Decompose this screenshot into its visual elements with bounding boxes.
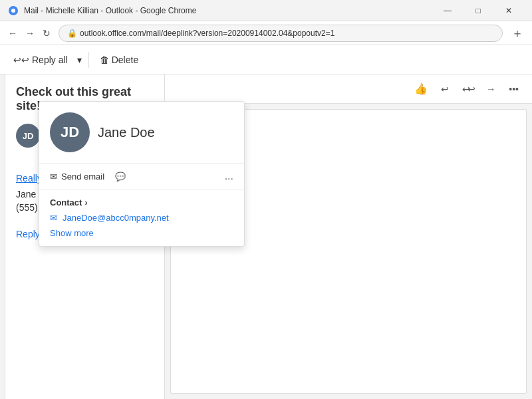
- contact-initials: JD: [61, 124, 79, 141]
- contact-actions: ✉ Send email 💬 ...: [39, 164, 244, 190]
- delete-label: Delete: [112, 55, 138, 65]
- thumbs-up-icon: 👍: [414, 83, 428, 94]
- contact-section: Contact › ✉ JaneDoe@abcc0mpany.net Show …: [39, 190, 244, 246]
- more-options-button[interactable]: •••: [503, 79, 524, 99]
- more-icon: •••: [509, 84, 519, 94]
- chat-icon: 💬: [115, 172, 126, 182]
- contact-more-button[interactable]: ...: [225, 170, 233, 182]
- svg-point-1: [11, 9, 15, 13]
- left-panel: [0, 74, 5, 399]
- thumbs-up-button[interactable]: 👍: [409, 78, 433, 99]
- reply-all-dropdown[interactable]: ▾: [76, 51, 83, 69]
- reply-all-icon-button[interactable]: ↩↩: [457, 79, 478, 99]
- reply-all-button[interactable]: ↩↩ Reply all: [8, 51, 73, 69]
- section-title-text: Contact: [50, 198, 82, 207]
- email-icon: ✉: [50, 213, 57, 223]
- contact-name: Jane Doe: [98, 125, 155, 140]
- mail-icon: ✉: [50, 172, 57, 182]
- url-bar[interactable]: 🔒 outlook.office.com/mail/deeplink?versi…: [59, 25, 503, 42]
- send-email-label: Send email: [61, 172, 104, 182]
- sender-initials: JD: [23, 131, 34, 141]
- lock-icon: 🔒: [67, 29, 77, 38]
- address-bar: ← → ↻ 🔒 outlook.office.com/mail/deeplink…: [0, 21, 532, 45]
- delete-button[interactable]: 🗑 Delete: [94, 51, 144, 69]
- sender-avatar: JD: [16, 124, 40, 148]
- reply-icon-button[interactable]: ↩: [436, 79, 454, 99]
- app-container: ↩↩ Reply all ▾ 🗑 Delete Check out this g…: [0, 45, 532, 399]
- browser-icon: [8, 5, 19, 16]
- chevron-right-icon: ›: [84, 198, 87, 207]
- maximize-button[interactable]: □: [463, 0, 493, 21]
- forward-icon-button[interactable]: →: [481, 79, 501, 99]
- window-title: Mail - Michelle Killian - Outlook - Goog…: [24, 6, 196, 15]
- contact-card-popup: JD Jane Doe ✉ Send email 💬 ...: [39, 101, 245, 247]
- contact-section-title: Contact ›: [50, 198, 233, 207]
- main-toolbar: ↩↩ Reply all ▾ 🗑 Delete: [0, 45, 532, 74]
- forward-icon: →: [486, 84, 495, 94]
- contact-avatar: JD: [50, 112, 90, 152]
- title-bar-left: Mail - Michelle Killian - Outlook - Goog…: [8, 5, 196, 16]
- chevron-down-icon: ▾: [77, 55, 82, 65]
- toolbar-divider: [88, 52, 89, 68]
- forward-button[interactable]: →: [23, 27, 37, 40]
- reply-all-icon: ↩↩: [462, 84, 473, 94]
- url-text: outlook.office.com/mail/deeplink?version…: [80, 29, 334, 38]
- show-more-button[interactable]: Show more: [50, 228, 94, 238]
- reply-all-label: Reply all: [32, 55, 68, 65]
- back-button[interactable]: ←: [5, 27, 20, 40]
- contact-card-header: JD Jane Doe: [39, 102, 244, 164]
- new-tab-button[interactable]: ＋: [508, 24, 527, 43]
- nav-buttons: ← → ↻: [5, 27, 53, 40]
- chat-button[interactable]: 💬: [115, 172, 126, 182]
- contact-email-address: JaneDoe@abcc0mpany.net: [63, 213, 169, 223]
- content-area: Check out this great site! JD Jane Doe F…: [0, 74, 532, 399]
- close-button[interactable]: ✕: [493, 0, 524, 21]
- title-bar: Mail - Michelle Killian - Outlook - Goog…: [0, 0, 532, 21]
- minimize-button[interactable]: —: [432, 0, 463, 21]
- trash-icon: 🗑: [100, 55, 109, 65]
- reply-all-icon: ↩↩: [13, 55, 29, 65]
- reply-button[interactable]: Reply: [16, 229, 40, 239]
- window-controls: — □ ✕: [432, 0, 524, 21]
- reply-icon: ↩: [441, 84, 449, 94]
- email-panel: Check out this great site! JD Jane Doe F…: [5, 74, 165, 399]
- right-toolbar: 👍 ↩ ↩↩ → •••: [165, 74, 532, 104]
- send-email-button[interactable]: ✉ Send email: [50, 172, 104, 182]
- contact-email-row: ✉ JaneDoe@abcc0mpany.net: [50, 213, 233, 223]
- refresh-button[interactable]: ↻: [40, 27, 53, 40]
